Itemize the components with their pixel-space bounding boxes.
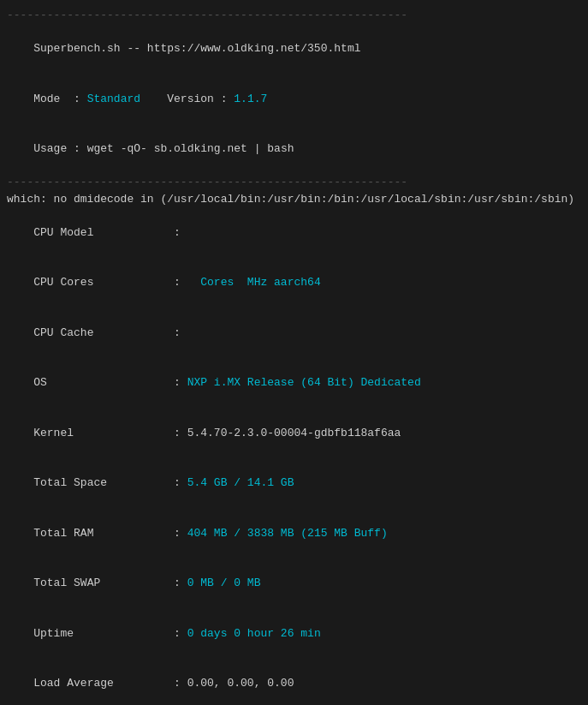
sysinfo-os: OS : NXP i.MX Release (64 Bit) Dedicated [7, 358, 581, 409]
sysinfo-cpu-model: CPU Model : [7, 207, 581, 258]
sysinfo-total-ram: Total RAM : 404 MB / 3838 MB (215 MB Buf… [7, 508, 581, 559]
header-mode: Mode : Standard Version : 1.1.7 [7, 74, 581, 124]
header-usage: Usage : wget -qO- sb.oldking.net | bash [7, 124, 581, 175]
sysinfo-total-space: Total Space : 5.4 GB / 14.1 GB [7, 458, 581, 509]
header-line1: Superbench.sh -- https://www.oldking.net… [7, 24, 581, 75]
sysinfo-uptime: Uptime : 0 days 0 hour 26 min [7, 608, 581, 659]
sysinfo-load-avg: Load Average : 0.00, 0.00, 0.00 [7, 659, 581, 706]
sysinfo-cpu-cores: CPU Cores : Cores MHz aarch64 [7, 258, 581, 308]
divider-header-bottom: ----------------------------------------… [7, 174, 581, 191]
divider-top: ----------------------------------------… [7, 7, 581, 24]
terminal: ----------------------------------------… [7, 7, 581, 705]
warning-line: which: no dmidecode in (/usr/local/bin:/… [7, 191, 581, 208]
sysinfo-total-swap: Total SWAP : 0 MB / 0 MB [7, 559, 581, 609]
sysinfo-cpu-cache: CPU Cache : [7, 308, 581, 358]
sysinfo-kernel: Kernel : 5.4.70-2.3.0-00004-gdbfb118af6a… [7, 408, 581, 458]
